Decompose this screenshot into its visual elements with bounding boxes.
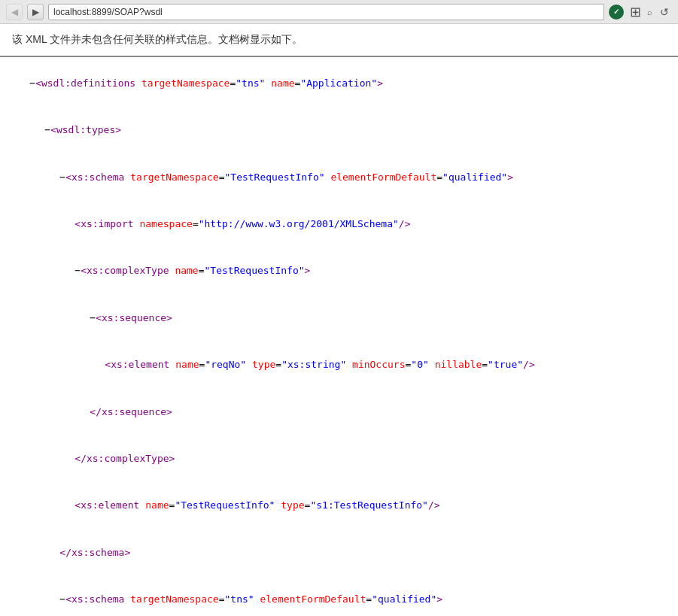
address-bar[interactable] bbox=[48, 4, 604, 20]
back-icon: ◀ bbox=[11, 7, 18, 17]
back-button[interactable]: ◀ bbox=[6, 4, 23, 20]
forward-button[interactable]: ▶ bbox=[27, 4, 44, 20]
security-icon: ✓ bbox=[609, 5, 624, 20]
forward-icon: ▶ bbox=[32, 7, 39, 17]
xml-line-10: <xs:element name="TestRequestInfo" type=… bbox=[6, 483, 672, 530]
xml-line-3: −<xs:schema targetNamespace="TestRequest… bbox=[6, 154, 672, 201]
xml-line-7: <xs:element name="reqNo" type="xs:string… bbox=[6, 341, 672, 388]
xml-line-5: −<xs:complexType name="TestRequestInfo"> bbox=[6, 248, 672, 295]
xml-line-12: −<xs:schema targetNamespace="tns" elemen… bbox=[6, 576, 672, 616]
menu-icon: ⊞ bbox=[628, 2, 643, 22]
reload-button[interactable]: ↺ bbox=[657, 5, 672, 20]
xml-line-11: </xs:schema> bbox=[6, 530, 672, 576]
xml-line-9: </xs:complexType> bbox=[6, 435, 672, 482]
xml-line-4: <xs:import namespace="http://www.w3.org/… bbox=[6, 201, 672, 247]
browser-toolbar: ◀ ▶ ✓ ⊞ ⌕ ↺ bbox=[0, 0, 678, 24]
info-bar: 该 XML 文件并未包含任何关联的样式信息。文档树显示如下。 bbox=[0, 24, 678, 57]
zoom-icon[interactable]: ⌕ bbox=[647, 8, 652, 17]
xml-line-2: −<wsdl:types> bbox=[6, 107, 672, 153]
info-message: 该 XML 文件并未包含任何关联的样式信息。文档树显示如下。 bbox=[12, 33, 303, 45]
xml-line-6: −<xs:sequence> bbox=[6, 295, 672, 341]
xml-line-1: −<wsdl:definitions targetNamespace="tns"… bbox=[6, 60, 672, 107]
xml-content-area: −<wsdl:definitions targetNamespace="tns"… bbox=[0, 57, 678, 616]
xml-line-8: </xs:sequence> bbox=[6, 389, 672, 435]
